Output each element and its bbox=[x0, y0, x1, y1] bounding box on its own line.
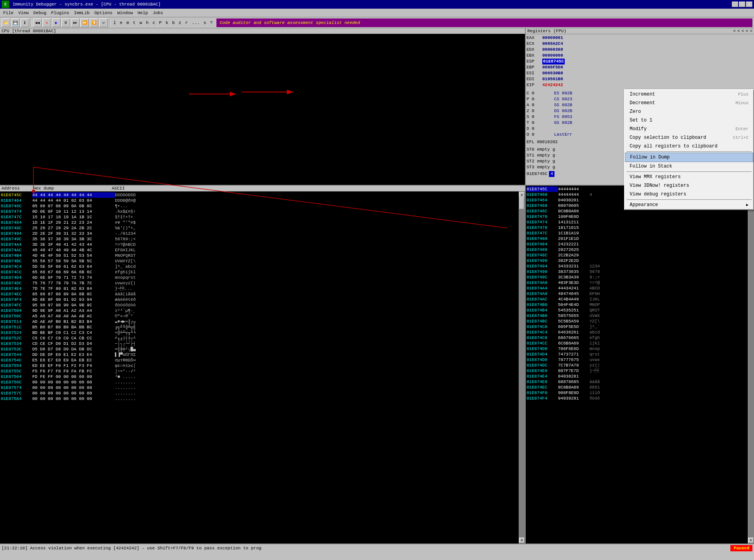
ctx-increment[interactable]: Increment Plus bbox=[625, 90, 753, 99]
stack-pane[interactable]: 01E8745C 44444444 01E87460 44444444 401E… bbox=[526, 186, 754, 543]
stack-row[interactable]: 01E874A8 48474645 EFGH bbox=[527, 291, 747, 297]
reg-ebp[interactable]: EBP 0068F5D0 bbox=[527, 64, 753, 70]
menu-options[interactable]: Options bbox=[92, 10, 115, 16]
hexdump-row[interactable]: 01E87514 AD AE AF B0 B1 B2 B3 B4 ▬▼◄►═║╒… bbox=[1, 319, 518, 324]
hexdump-row[interactable]: 01E87464 44 44 44 44 01 02 03 04 DDDÐ@ð¤… bbox=[1, 198, 518, 203]
hexdump-row[interactable]: 01E874A4 3D 3E 3F 40 41 42 43 44 =>?@ABC… bbox=[1, 242, 518, 247]
ctx-modify[interactable]: Modify Enter bbox=[625, 125, 753, 133]
stack-row[interactable]: 01E874D0 706F6E6D mnop bbox=[527, 346, 747, 352]
label-b[interactable]: b bbox=[170, 20, 176, 26]
reg-ebx[interactable]: EBX 00000000 bbox=[527, 53, 753, 59]
menu-file[interactable]: File bbox=[1, 10, 16, 16]
reg-nav-1[interactable]: < bbox=[733, 29, 736, 33]
info-button[interactable]: ℹ bbox=[20, 18, 29, 27]
hexdump-row[interactable]: 01E874F4 8D 8E 8F 90 91 92 93 94 æàééété… bbox=[1, 297, 518, 302]
stack-row[interactable]: 01E874AC 4C4B4A49 IJKL bbox=[527, 297, 747, 302]
hexdump-pane[interactable]: Address Hex dump ASCII 01E8745C 44 44 44… bbox=[0, 186, 526, 543]
stack-row[interactable]: 01E874F0 908F8E8D íîïð bbox=[527, 390, 747, 396]
scroll-thumb[interactable] bbox=[519, 197, 524, 209]
scroll-up[interactable]: ▲ bbox=[519, 192, 525, 197]
menu-immlib[interactable]: ImmLib bbox=[72, 10, 92, 16]
stack-scroll-track[interactable] bbox=[748, 192, 754, 538]
stack-scrollbar[interactable]: ▲ ▼ bbox=[748, 186, 754, 543]
hexdump-row[interactable]: 01E87504 9D 9E 9F A0 A1 A2 A3 A4 ±²³´µ¶·… bbox=[1, 308, 518, 313]
stack-row[interactable]: 01E874D8 78777675 uvwx bbox=[527, 357, 747, 363]
rewind-button[interactable]: ◀◀ bbox=[33, 18, 42, 27]
reg-eip[interactable]: EIP 42424242 bbox=[527, 82, 753, 88]
stack-row[interactable]: 01E874D4 74737271 qrst bbox=[527, 352, 747, 357]
hexdump-row[interactable]: 01E874EC 85 86 87 88 89 8A 8B 8C àáâ(iãä… bbox=[1, 291, 518, 297]
hexdump-row[interactable]: 01E874CC 65 66 67 68 69 6A 6B 6C efghijk… bbox=[1, 269, 518, 275]
menu-window[interactable]: Window bbox=[115, 10, 135, 16]
hexdump-row[interactable]: 01E87544 DD DE DF E0 E1 E2 E3 E4 ▌▐▀αßΓπ… bbox=[1, 352, 518, 357]
hexdump-row[interactable]: 01E87474 0D 0E 0F 10 11 12 13 14 .¾x$£¤§… bbox=[1, 209, 518, 214]
label-w[interactable]: w bbox=[138, 20, 144, 26]
stack-row[interactable]: 01E874C4 64636261 abcd bbox=[527, 330, 747, 335]
hexdump-row[interactable]: 01E874B4 4D 4E 4F 50 51 52 53 54 MNOPQRS… bbox=[1, 253, 518, 258]
hexdump-row[interactable]: 01E87524 BD BE BF C0 C1 C2 C3 C4 ═╬╧╨╤╥╙… bbox=[1, 330, 518, 335]
stack-row[interactable]: 01E874DC 7C7B7A79 yz{| bbox=[527, 363, 747, 368]
stack-row[interactable]: 01E87474 14131211 bbox=[527, 219, 747, 225]
step-out-button[interactable]: ⏬ bbox=[90, 18, 98, 27]
stack-content[interactable]: 01E8745C 44444444 01E87460 44444444 401E… bbox=[526, 186, 748, 543]
hexdump-row[interactable]: 01E8750C A5 A6 A7 A8 A9 AA AB AC ©ª«¬­®¯… bbox=[1, 313, 518, 319]
maximize-button[interactable]: □ bbox=[739, 2, 745, 7]
hexdump-row[interactable]: 01E8749C 35 36 37 38 39 3A 3B 3C 56789:;… bbox=[1, 236, 518, 242]
close-button[interactable]: ✕ bbox=[746, 2, 752, 7]
stack-row[interactable]: 01E874A0 403F3E3D =>?@ bbox=[527, 280, 747, 286]
label-t[interactable]: t bbox=[131, 20, 137, 26]
stack-row[interactable]: 01E874B4 54535251 QRST bbox=[527, 308, 747, 313]
stack-row[interactable]: 01E874F4 94939291 ñòóô bbox=[527, 396, 747, 401]
stack-row[interactable]: 01E87470 100F0E0D bbox=[527, 214, 747, 219]
hexdump-row[interactable]: 01E87564 FD FE FF 00 00 00 00 00 ²■ ....… bbox=[1, 374, 518, 379]
label-r[interactable]: r bbox=[184, 20, 190, 26]
ctx-copy-all[interactable]: Copy all registers to clipboard bbox=[625, 142, 753, 151]
stack-row[interactable]: 01E874A4 44434241 ABCD bbox=[527, 286, 747, 291]
hexdump-row[interactable]: 01E8747C 15 16 17 18 19 1A 1B 1C §†‡†+†+ bbox=[1, 214, 518, 220]
step-into-button[interactable]: ⏭ bbox=[71, 18, 79, 27]
hexdump-row[interactable]: 01E874AC 45 46 47 48 49 4A 4B 4C EFGHIJK… bbox=[1, 247, 518, 253]
hexdump-scrollbar[interactable]: ▲ ▼ bbox=[519, 192, 525, 543]
label-ellipsis[interactable]: ... bbox=[190, 20, 201, 26]
hexdump-row[interactable]: 01E87534 CD CE CF D0 D1 D2 D3 D4 ─│┐┌└┘├… bbox=[1, 341, 518, 346]
hexdump-row[interactable]: 01E87554 ED EE EF F0 F1 F2 F3 F4 φε∩≡±≥≤… bbox=[1, 363, 518, 368]
open-button[interactable]: 📂 bbox=[2, 18, 10, 27]
label-help[interactable]: ? bbox=[209, 20, 214, 26]
stack-row[interactable]: 01E874B0 504F4E4D MNOP bbox=[527, 302, 747, 308]
hexdump-row[interactable]: 01E8753C D5 D6 D7 D8 D9 DA DB DC ═║╫╪┘┐█… bbox=[1, 346, 518, 352]
hexdump-row[interactable]: 01E874D4 6D 6E 6F 70 71 72 73 74 mnopqrs… bbox=[1, 275, 518, 280]
stack-row[interactable]: 01E87488 28272625 bbox=[527, 247, 747, 252]
stack-row[interactable]: 01E874E0 807F7E7D }~ bbox=[527, 368, 747, 374]
stack-row[interactable]: 01E8748C 2C2B2A29 bbox=[527, 252, 747, 258]
hexdump-row[interactable]: 01E8748C 25 26 27 28 29 2A 2B 2C %&'()*+… bbox=[1, 225, 518, 231]
hexdump-row[interactable]: 01E874BC 55 56 57 58 59 5A 5B 5C UVWXYZ[… bbox=[1, 258, 518, 264]
reg-esp[interactable]: ESP 01E8745C bbox=[527, 59, 753, 64]
reg-edx[interactable]: EDX 00000368 bbox=[527, 47, 753, 53]
menu-debug[interactable]: Debug bbox=[31, 10, 49, 16]
label-P[interactable]: P bbox=[157, 20, 163, 26]
stack-row[interactable]: 01E874BC 5C5B5A59 YZ[\ bbox=[527, 319, 747, 324]
label-h[interactable]: h bbox=[144, 20, 150, 26]
disassembly-pane[interactable]: CPU [thread 00001BAC] bbox=[0, 28, 526, 185]
reg-nav-2[interactable]: < bbox=[737, 29, 740, 33]
menu-view[interactable]: View bbox=[16, 10, 31, 16]
label-c[interactable]: c bbox=[151, 20, 157, 26]
hexdump-row[interactable]: 01E874C4 5D 5E 5F 60 61 62 63 64 ]^_`abc… bbox=[1, 264, 518, 269]
ctx-zero[interactable]: Zero bbox=[625, 107, 753, 116]
ctx-copy-selection[interactable]: Copy selection to clipboard Ctrl+C bbox=[625, 133, 753, 142]
reg-eax[interactable]: EAX 00000001 bbox=[527, 35, 753, 41]
stack-row[interactable]: 01E874CC 6C6B6A69 ijkl bbox=[527, 341, 747, 346]
reg-ecx[interactable]: ECX 0069A2C4 bbox=[527, 41, 753, 47]
hexdump-row[interactable]: 01E8745C 44 44 44 44 44 44 44 44 DDDDDDD… bbox=[1, 192, 518, 198]
hexdump-row[interactable]: 01E874DC 75 76 77 78 79 7A 7B 7C uvwxyz{… bbox=[1, 280, 518, 286]
hexdump-row[interactable]: 01E87574 00 00 00 00 00 00 00 00 .......… bbox=[1, 385, 518, 391]
step-over-button[interactable]: ⏩ bbox=[80, 18, 89, 27]
title-controls[interactable]: _ □ ✕ bbox=[732, 2, 752, 7]
hexdump-row[interactable]: 01E8756C 00 00 00 00 00 00 00 00 .......… bbox=[1, 379, 518, 385]
hexdump-row[interactable]: 01E8754C E5 E6 E7 E8 E9 EA EB EC σµτΦΘΩδ… bbox=[1, 357, 518, 363]
stack-row[interactable]: 01E87490 302F2E2D bbox=[527, 258, 747, 263]
hexdump-row[interactable]: 01E8752C C5 C6 C7 C8 C9 CA CB CC ╛╖╓├┤┼┬… bbox=[1, 335, 518, 341]
label-l[interactable]: l bbox=[112, 20, 118, 26]
label-k[interactable]: k bbox=[164, 20, 170, 26]
menu-help[interactable]: Help bbox=[135, 10, 150, 16]
